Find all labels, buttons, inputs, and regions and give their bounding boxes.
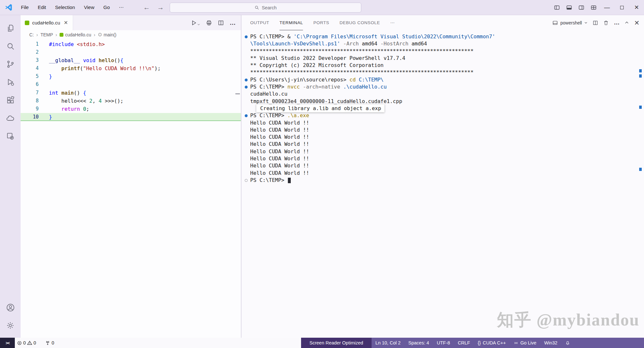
menu-file[interactable]: File bbox=[17, 3, 33, 12]
bell-icon bbox=[565, 340, 570, 345]
tools-icon[interactable] bbox=[3, 127, 18, 145]
menu-go[interactable]: Go bbox=[99, 3, 114, 12]
code-line-3[interactable]: 3__global__ void hello(){ bbox=[21, 56, 241, 64]
code-line-7[interactable]: 7int main() { bbox=[21, 89, 241, 97]
eol-status[interactable]: CRLF bbox=[454, 338, 474, 348]
cuda-file-icon bbox=[25, 21, 29, 25]
command-pending-icon[interactable] bbox=[245, 179, 248, 182]
toggle-secondary-sidebar-icon[interactable] bbox=[575, 0, 587, 15]
run-button[interactable] bbox=[191, 20, 200, 26]
panel-tab-debug-console[interactable]: DEBUG CONSOLE bbox=[339, 15, 380, 30]
code-line-8[interactable]: 8 hello<<< 2, 4 >>>(); bbox=[21, 97, 241, 105]
menu-edit[interactable]: Edit bbox=[33, 3, 50, 12]
kill-terminal-icon[interactable] bbox=[603, 20, 609, 26]
code-text: } bbox=[39, 113, 52, 120]
menu-view[interactable]: View bbox=[80, 3, 99, 12]
remote-indicator[interactable]: >< bbox=[0, 338, 15, 348]
tab-cudahello[interactable]: cudaHello.cu ✕ bbox=[21, 15, 73, 30]
code-line-6[interactable]: 6 bbox=[21, 80, 241, 89]
search-placeholder: Search bbox=[262, 5, 277, 10]
broadcast-icon bbox=[514, 341, 518, 345]
breadcrumb-item[interactable]: cudaHello.cu bbox=[60, 32, 91, 37]
go-live-button[interactable]: Go Live bbox=[510, 338, 540, 348]
ports-status[interactable]: 0 bbox=[43, 338, 56, 348]
code-text: #include <stdio.h> bbox=[39, 40, 105, 48]
vscode-logo-icon bbox=[5, 3, 13, 12]
line-number: 4 bbox=[21, 64, 39, 72]
line-number: 8 bbox=[21, 97, 39, 105]
panel-tab-terminal[interactable]: TERMINAL bbox=[279, 15, 303, 30]
problems-status[interactable]: 0 0 bbox=[15, 338, 38, 348]
toggle-panel-icon[interactable] bbox=[563, 0, 575, 15]
terminal-line: ** Copyright (c) 2022 Microsoft Corporat… bbox=[250, 62, 644, 69]
panel-tab-more[interactable]: ⋯ bbox=[390, 15, 395, 30]
menu-more[interactable]: ⋯ bbox=[115, 3, 128, 12]
back-icon[interactable]: ← bbox=[143, 4, 150, 11]
status-left: 0 0 0 bbox=[15, 338, 56, 348]
language-mode[interactable]: {}CUDA C++ bbox=[474, 338, 510, 348]
encoding-status[interactable]: UTF-8 bbox=[433, 338, 454, 348]
breadcrumb: C: › TEMP › cudaHello.cu › main() bbox=[21, 30, 241, 39]
more-icon[interactable]: … bbox=[614, 19, 620, 26]
tab-close-icon[interactable]: ✕ bbox=[63, 20, 69, 26]
split-terminal-icon[interactable] bbox=[592, 20, 598, 26]
breadcrumb-item[interactable]: main() bbox=[98, 32, 117, 37]
terminal-panel-icon bbox=[552, 20, 558, 26]
indentation-status[interactable]: Spaces: 4 bbox=[404, 338, 433, 348]
run-debug-icon[interactable] bbox=[3, 73, 18, 91]
settings-gear-icon[interactable] bbox=[3, 316, 18, 334]
code-text: int main() { bbox=[39, 89, 86, 97]
command-decoration-icon[interactable] bbox=[245, 114, 248, 117]
status-bar: >< 0 0 0 Screen Reader Optimized Ln 10, … bbox=[0, 338, 644, 348]
code-line-9[interactable]: 9 return 0; bbox=[21, 105, 241, 113]
command-center-search[interactable]: Search bbox=[170, 3, 361, 13]
code-line-4[interactable]: 4 printf("Hello CUDA World !!\n"); bbox=[21, 64, 241, 72]
command-decoration-icon[interactable] bbox=[245, 35, 248, 38]
terminal-line: Hello CUDA World !! bbox=[250, 127, 644, 134]
terminal-line: cudaHello.cu bbox=[250, 90, 644, 98]
chevron-right-icon: › bbox=[56, 32, 57, 37]
panel-tab-ports[interactable]: PORTS bbox=[313, 15, 329, 30]
breadcrumb-item[interactable]: TEMP bbox=[41, 32, 53, 37]
panel-tab-output[interactable]: OUTPUT bbox=[250, 15, 269, 30]
breadcrumb-item[interactable]: C: bbox=[29, 32, 34, 37]
split-editor-button[interactable] bbox=[218, 20, 224, 26]
notifications-bell[interactable] bbox=[561, 338, 574, 348]
minimize-button[interactable]: — bbox=[600, 0, 614, 15]
screen-reader-badge[interactable]: Screen Reader Optimized bbox=[301, 338, 372, 348]
editor-actions: … bbox=[191, 15, 241, 30]
terminal-output[interactable]: PS C:\TEMP> & 'C:\Program Files\Microsof… bbox=[242, 30, 644, 338]
explorer-icon[interactable] bbox=[3, 19, 18, 37]
source-control-icon[interactable] bbox=[3, 55, 18, 73]
code-area[interactable]: 1#include <stdio.h>23__global__ void hel… bbox=[21, 39, 241, 338]
print-button[interactable] bbox=[206, 20, 212, 26]
close-panel-icon[interactable]: ✕ bbox=[634, 20, 639, 26]
cursor-position[interactable]: Ln 10, Col 2 bbox=[372, 338, 404, 348]
more-actions-button[interactable]: … bbox=[230, 19, 236, 26]
command-decoration-icon[interactable] bbox=[245, 86, 248, 89]
maximize-button[interactable] bbox=[614, 0, 629, 15]
overview-ruler-mark bbox=[639, 106, 642, 109]
platform-status[interactable]: Win32 bbox=[540, 338, 561, 348]
code-line-5[interactable]: 5} bbox=[21, 72, 241, 80]
terminal-line: ****************************************… bbox=[250, 48, 644, 55]
forward-icon[interactable]: → bbox=[157, 4, 164, 11]
terminal-line: \Tools\Launch-VsDevShell.ps1' -Arch amd6… bbox=[250, 40, 644, 47]
terminal-profile-select[interactable]: powershell bbox=[552, 20, 588, 26]
menu-selection[interactable]: Selection bbox=[51, 3, 79, 12]
code-line-2[interactable]: 2 bbox=[21, 48, 241, 56]
toggle-sidebar-icon[interactable] bbox=[551, 0, 563, 15]
chevron-right-icon: › bbox=[36, 32, 38, 37]
customize-layout-icon[interactable] bbox=[587, 0, 600, 15]
terminal-line: Hello CUDA World !! bbox=[250, 141, 644, 148]
terminal-cursor bbox=[288, 178, 291, 183]
extensions-icon[interactable] bbox=[3, 91, 18, 109]
code-line-1[interactable]: 1#include <stdio.h> bbox=[21, 40, 241, 48]
search-icon[interactable] bbox=[3, 37, 18, 55]
code-line-10[interactable]: 10} bbox=[21, 113, 241, 121]
account-icon[interactable] bbox=[3, 298, 18, 316]
maximize-panel-icon[interactable] bbox=[624, 20, 629, 25]
remote-explorer-icon[interactable] bbox=[3, 109, 18, 127]
command-decoration-icon[interactable] bbox=[245, 79, 248, 81]
close-button[interactable]: ✕ bbox=[629, 0, 644, 15]
